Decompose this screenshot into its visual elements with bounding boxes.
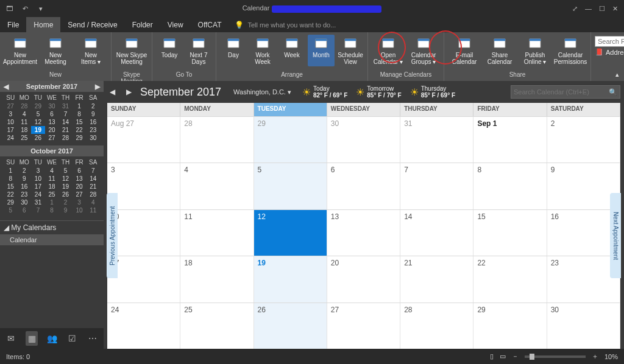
mini-day[interactable]: 13 xyxy=(45,118,59,126)
nav-calendar-icon[interactable]: ▦ xyxy=(26,331,38,346)
open-cal-button[interactable]: Open Calendar ▾ xyxy=(372,35,405,66)
mini-day[interactable]: 2 xyxy=(58,198,73,206)
mini-next-month-icon[interactable]: ▶ xyxy=(95,83,100,91)
qat-outlook-icon[interactable]: 🗔 xyxy=(4,5,15,12)
mini-day[interactable]: 1 xyxy=(73,102,87,110)
mini-day[interactable]: 26 xyxy=(31,134,45,142)
calendar-cell[interactable]: 9 xyxy=(547,163,620,209)
week-button[interactable]: Week xyxy=(278,35,305,66)
calendar-cell[interactable]: 2 xyxy=(547,117,620,163)
mini-day[interactable]: 13 xyxy=(73,175,87,183)
mini-day[interactable]: 21 xyxy=(58,126,73,134)
new-items-button[interactable]: New Items ▾ xyxy=(74,35,107,66)
calendar-cell[interactable]: Sep 1 xyxy=(473,117,547,163)
mini-day[interactable]: 20 xyxy=(73,183,87,191)
mini-day[interactable]: 8 xyxy=(4,175,18,183)
mini-day[interactable]: 17 xyxy=(4,126,18,134)
mini-day[interactable]: 3 xyxy=(73,198,87,206)
tab-view[interactable]: View xyxy=(160,17,191,32)
mini-day[interactable]: 12 xyxy=(58,175,73,183)
email-cal-button[interactable]: E-mail Calendar xyxy=(448,35,481,66)
tell-me-search[interactable]: 💡 Tell me what you want to do... xyxy=(229,17,342,32)
mini-day[interactable]: 15 xyxy=(73,118,87,126)
mini-day[interactable]: 31 xyxy=(31,198,45,206)
mini-day[interactable]: 15 xyxy=(4,183,18,191)
mini-day[interactable]: 6 xyxy=(45,110,59,118)
calendar-cell[interactable]: 8 xyxy=(473,163,547,209)
calendar-list-item[interactable]: Calendar xyxy=(0,234,104,245)
nav-people-icon[interactable]: 👥 xyxy=(46,334,58,343)
mini-day[interactable]: 5 xyxy=(31,110,45,118)
mini-day[interactable]: 22 xyxy=(73,126,87,134)
mini-day[interactable]: 29 xyxy=(4,198,18,206)
mini-day[interactable]: 19 xyxy=(31,126,45,134)
calendar-cell[interactable]: 27 xyxy=(327,303,400,349)
mini-day[interactable]: 11 xyxy=(18,118,32,126)
calendar-cell[interactable]: 20 xyxy=(327,256,400,302)
qat-undo-icon[interactable]: ↶ xyxy=(20,5,30,13)
calendar-cell[interactable]: 6 xyxy=(327,163,400,209)
mini-day[interactable]: 6 xyxy=(73,167,87,175)
qat-customize-icon[interactable]: ▾ xyxy=(35,5,46,13)
mini-day[interactable]: 20 xyxy=(45,126,59,134)
mini-day[interactable]: 28 xyxy=(18,102,32,110)
mini-day[interactable]: 8 xyxy=(73,110,87,118)
mini-day[interactable]: 7 xyxy=(31,206,45,214)
address-book-button[interactable]: 📕Address Book xyxy=(595,48,624,56)
search-calendar-input[interactable] xyxy=(514,88,606,96)
nav-more-icon[interactable]: ⋯ xyxy=(87,334,99,343)
mini-day[interactable]: 23 xyxy=(86,126,100,134)
my-calendars-header[interactable]: ◢ My Calendars xyxy=(0,220,104,234)
calendar-cell[interactable]: 31 xyxy=(400,117,473,163)
calendar-cell[interactable]: 24 xyxy=(107,303,180,349)
calendar-cell[interactable]: 18 xyxy=(180,256,254,302)
mini-day[interactable]: 17 xyxy=(31,183,45,191)
calendar-cell[interactable]: 16 xyxy=(547,210,620,256)
mini-day[interactable]: 30 xyxy=(86,134,100,142)
mini-day[interactable]: 28 xyxy=(58,134,73,142)
mini-day[interactable]: 31 xyxy=(58,102,73,110)
calendar-cell[interactable]: 3 xyxy=(107,163,180,209)
workweek-button[interactable]: Work Week xyxy=(249,35,276,66)
cal-groups-button[interactable]: Calendar Groups ▾ xyxy=(407,35,440,66)
zoom-out-icon[interactable]: － xyxy=(512,352,519,361)
mini-day[interactable]: 10 xyxy=(73,206,87,214)
tab-home[interactable]: Home xyxy=(26,17,60,32)
window-close-icon[interactable]: ✕ xyxy=(612,5,618,13)
zoom-slider[interactable] xyxy=(525,355,586,358)
mini-day[interactable]: 2 xyxy=(18,167,32,175)
zoom-in-icon[interactable]: ＋ xyxy=(592,352,598,361)
search-icon[interactable]: 🔍 xyxy=(609,88,617,96)
mini-day[interactable]: 10 xyxy=(31,175,45,183)
cal-next-icon[interactable]: ▶ xyxy=(124,88,134,96)
calendar-cell[interactable]: 25 xyxy=(180,303,254,349)
search-calendar[interactable]: 🔍 xyxy=(511,85,620,99)
calendar-cell[interactable]: 10 xyxy=(107,210,180,256)
mini-day[interactable]: 26 xyxy=(58,191,73,198)
tab-offcat[interactable]: OffCAT xyxy=(191,17,229,32)
calendar-cell[interactable]: 5 xyxy=(254,163,327,209)
weather-location[interactable]: Washington, D.C. ▾ xyxy=(233,88,291,96)
cal-perm-button[interactable]: Calendar Permissions xyxy=(554,35,587,66)
mini-day[interactable]: 29 xyxy=(73,134,87,142)
mini-day[interactable]: 24 xyxy=(31,191,45,198)
cal-prev-icon[interactable]: ◀ xyxy=(107,88,118,96)
mini-day[interactable]: 11 xyxy=(86,206,100,214)
mini-day[interactable]: 8 xyxy=(45,206,59,214)
mini-day[interactable]: 16 xyxy=(86,118,100,126)
mini-day[interactable]: 5 xyxy=(4,206,18,214)
nav-mail-icon[interactable]: ✉ xyxy=(5,334,17,343)
mini-day[interactable]: 11 xyxy=(45,175,59,183)
mini-day[interactable]: 14 xyxy=(58,118,73,126)
mini-day[interactable]: 27 xyxy=(45,134,59,142)
mini-day[interactable]: 27 xyxy=(4,102,18,110)
weather-day[interactable]: ☀Thursday85° F / 69° F xyxy=(410,85,455,99)
mini-day[interactable]: 3 xyxy=(31,167,45,175)
next7-button[interactable]: Next 7 Days xyxy=(185,35,212,66)
mini-day[interactable]: 7 xyxy=(58,110,73,118)
new-meeting-button[interactable]: New Meeting xyxy=(39,35,72,66)
calendar-cell[interactable]: 29 xyxy=(473,303,547,349)
calendar-cell[interactable]: 26 xyxy=(254,303,327,349)
mini-day[interactable]: 10 xyxy=(4,118,18,126)
tab-folder[interactable]: Folder xyxy=(125,17,160,32)
